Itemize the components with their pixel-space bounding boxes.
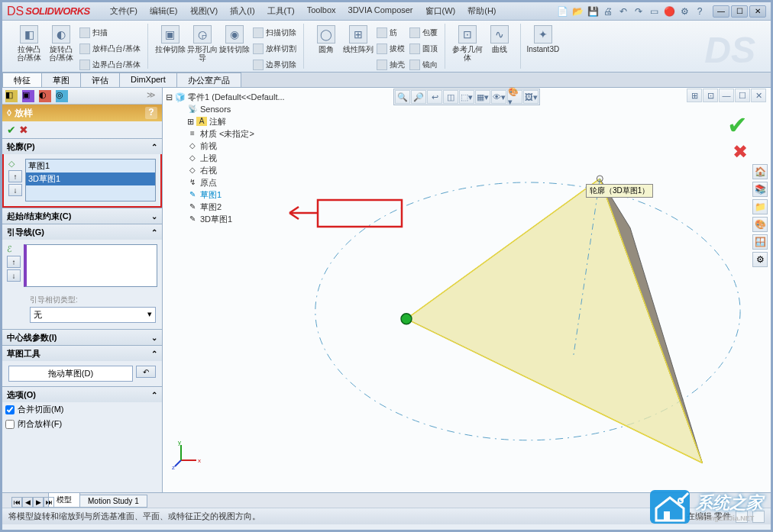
pushpin-icon[interactable]: ≫ [147,90,159,102]
view-orient-icon[interactable]: ⬚▾ [459,90,474,104]
palette-icon[interactable]: 🎨 [752,217,768,232]
help-icon[interactable]: ? [693,5,707,18]
doc-close-icon[interactable]: ✕ [751,89,766,102]
canvas-3d[interactable]: 轮廓（3D草图1） [293,106,748,486]
revolve-cut-button[interactable]: ◉旋转切除 [218,25,251,73]
section-guides-header[interactable]: 引导线(G)⌃ [2,224,162,240]
extrude-boss-button[interactable]: ◧拉伸凸台/基体 [13,25,45,73]
move-down-button[interactable]: ↓ [8,184,22,196]
panel-tab-icon[interactable]: ◎ [56,90,68,102]
doc-max-icon[interactable]: ☐ [735,89,750,102]
tree-root[interactable]: ⊟ 🧊零件1 (Default<<Default... [166,91,288,103]
menu-edit[interactable]: 编辑(E) [145,4,183,18]
tree-item[interactable]: ◇上视 [166,152,288,164]
undo-drag-button[interactable]: ↶ [136,366,156,378]
tree-item[interactable]: ✎草图2 [166,201,288,213]
cancel-button[interactable]: ✖ [19,124,28,136]
custom-icon[interactable]: ⚙ [752,252,768,267]
list-item[interactable]: 3D草图1 [26,172,155,185]
rebuild-icon[interactable]: 🔴 [662,5,676,18]
hide-show-icon[interactable]: 👁▾ [491,90,506,104]
tree-item[interactable]: ✎草图1 [166,189,288,201]
menu-window[interactable]: 窗口(W) [421,4,461,18]
panel-tab-icon[interactable]: ◐ [39,90,51,102]
minimize-button[interactable]: — [713,5,729,18]
panel-tab-icon[interactable]: ▣ [22,90,34,102]
window-tile-icon[interactable]: ⊞ [687,89,702,102]
new-icon[interactable]: 📄 [555,5,569,18]
ok-button[interactable]: ✔ [7,124,16,136]
doc-min-icon[interactable]: — [719,89,734,102]
drag-sketch-button[interactable]: 拖动草图(D) [8,366,133,382]
tab-office[interactable]: 办公室产品 [176,73,241,87]
revolve-boss-button[interactable]: ◐旋转凸台/基体 [45,25,77,73]
sweep-button[interactable]: 扫描 [77,25,143,40]
tab-next-icon[interactable]: ▶ [33,497,44,508]
fillet-button[interactable]: ◯圆角 [310,25,342,73]
closed-checkbox[interactable]: 闭合放样(F) [2,417,162,431]
boundary-boss-button[interactable]: 边界凸台/基体 [77,57,143,73]
appearances-icon[interactable]: 🪟 [752,234,768,250]
menu-3dvia[interactable]: 3DVIA Composer [344,4,418,18]
wrap-button[interactable]: 包覆 [407,25,440,40]
library-icon[interactable]: 📚 [752,182,768,197]
instant3d-button[interactable]: ✦Instant3D [527,25,559,53]
profile-list[interactable]: 草图1 3D草图1 [25,159,156,202]
rib-button[interactable]: 筋 [374,25,407,40]
sweep-cut-button[interactable]: 扫描切除 [251,25,299,40]
undo-icon[interactable]: ↶ [616,5,630,18]
dome-button[interactable]: 圆顶 [407,41,440,56]
tree-item[interactable]: 📡Sensors [166,103,288,115]
tab-dimxpert[interactable]: DimXpert [119,73,177,87]
section-view-icon[interactable]: ◫ [443,90,458,104]
section-centerline-header[interactable]: 中心线参数(I)⌄ [2,330,162,345]
move-up-button[interactable]: ↑ [7,256,21,268]
menu-help[interactable]: 帮助(H) [463,4,500,18]
options-icon[interactable]: ⚙ [678,5,691,18]
section-sketchtools-header[interactable]: 草图工具⌃ [2,346,162,361]
tree-item[interactable]: ↯原点 [166,176,288,189]
tab-features[interactable]: 特征 [2,73,42,87]
menu-tools[interactable]: 工具(T) [263,4,299,18]
tree-item[interactable]: ⊞A注解 [166,115,288,127]
appearance-icon[interactable]: 🎨▾ [507,90,522,104]
zoom-fit-icon[interactable]: 🔍 [395,90,410,104]
menu-file[interactable]: 文件(F) [105,4,142,18]
move-down-button[interactable]: ↓ [7,269,21,282]
boundary-cut-button[interactable]: 边界切除 [251,57,299,73]
merge-checkbox[interactable]: 合并切面(M) [2,402,162,417]
tab-evaluate[interactable]: 评估 [80,73,120,87]
panel-tab-icon[interactable]: ◧ [5,90,18,102]
resources-icon[interactable]: 🏠 [752,164,768,179]
extrude-cut-button[interactable]: ▣拉伸切除 [154,25,186,73]
select-icon[interactable]: ▭ [647,5,661,18]
zoom-area-icon[interactable]: 🔎 [411,90,426,104]
save-icon[interactable]: 💾 [586,5,600,18]
guides-list[interactable] [24,244,157,287]
explorer-icon[interactable]: 📁 [752,199,768,214]
open-icon[interactable]: 📂 [571,5,584,18]
section-options-header[interactable]: 选项(O)⌃ [2,387,162,402]
tab-first-icon[interactable]: ⏮ [11,497,22,508]
tree-item[interactable]: ≡材质 <未指定> [166,127,288,140]
print-icon[interactable]: 🖨 [601,5,615,18]
move-up-button[interactable]: ↑ [8,170,22,182]
prev-view-icon[interactable]: ↩ [427,90,442,104]
redo-icon[interactable]: ↷ [632,5,645,18]
menu-insert[interactable]: 插入(I) [225,4,259,18]
scene-icon[interactable]: 🖼▾ [523,90,539,104]
loft-cut-button[interactable]: 放样切割 [251,41,299,56]
hole-wizard-button[interactable]: ◶异形孔向导 [186,25,218,73]
menu-toolbox[interactable]: Toolbox [302,4,341,18]
shell-button[interactable]: 抽壳 [374,57,407,73]
help-icon[interactable]: ? [145,107,157,119]
display-style-icon[interactable]: ▦▾ [475,90,490,104]
section-startend-header[interactable]: 起始/结束约束(C)⌄ [2,208,162,224]
window-cascade-icon[interactable]: ⊡ [703,89,718,102]
tab-motion[interactable]: Motion Study 1 [79,495,147,508]
section-profile-header[interactable]: 轮廓(P)⌃ [2,139,162,154]
tree-item[interactable]: ✎3D草图1 [166,213,288,225]
tab-last-icon[interactable]: ⏭ [44,497,54,508]
draft-button[interactable]: 拔模 [374,41,407,56]
tree-item[interactable]: ◇前视 [166,140,288,152]
